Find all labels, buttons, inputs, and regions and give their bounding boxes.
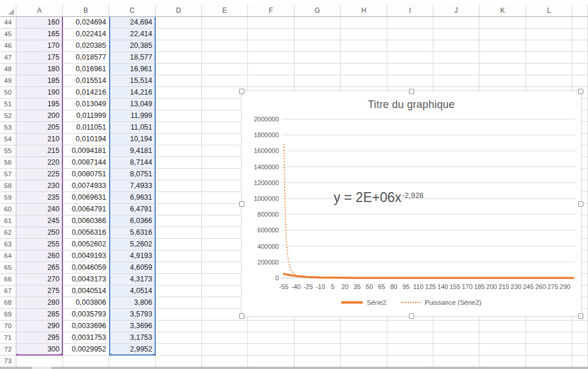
chart-legend[interactable]: Série2 Puissance (Série2)	[242, 298, 581, 307]
cell[interactable]: 9,4181	[109, 145, 156, 157]
cell[interactable]: 4,9193	[109, 250, 156, 262]
cell[interactable]	[480, 52, 526, 64]
cell[interactable]: 0,016961	[63, 64, 109, 75]
cell[interactable]	[295, 40, 341, 52]
cell[interactable]: 215	[16, 145, 63, 157]
cell[interactable]: 180	[16, 64, 63, 75]
cell[interactable]	[295, 332, 341, 344]
column-header-L[interactable]: L	[526, 5, 572, 17]
cell[interactable]	[248, 52, 295, 64]
cell[interactable]	[433, 29, 480, 40]
cell[interactable]: 0,0029952	[63, 344, 109, 356]
cell[interactable]	[433, 52, 480, 64]
row-header[interactable]: 50	[0, 87, 16, 99]
cell[interactable]: 275	[16, 286, 63, 297]
cell[interactable]: 11,999	[109, 110, 156, 122]
cell[interactable]: 5,6316	[109, 227, 156, 239]
cell[interactable]: 6,4791	[109, 204, 156, 215]
cell[interactable]: 210	[16, 134, 63, 145]
cell[interactable]: 0,0033696	[63, 321, 109, 332]
cell[interactable]	[480, 321, 526, 332]
cell[interactable]	[526, 332, 572, 344]
cell[interactable]	[156, 17, 202, 29]
cell[interactable]	[156, 227, 202, 239]
cell[interactable]	[387, 344, 433, 356]
row-header[interactable]: 72	[0, 344, 16, 356]
cell[interactable]	[248, 332, 295, 344]
chart-resize-handle[interactable]	[239, 201, 244, 207]
cell[interactable]: 0,014216	[63, 87, 109, 99]
cell[interactable]	[341, 40, 387, 52]
column-header-A[interactable]: A	[16, 5, 63, 17]
cell[interactable]	[572, 75, 588, 87]
trendline-dotted[interactable]	[284, 144, 573, 278]
cell[interactable]: 0,0035793	[63, 309, 109, 321]
cell[interactable]	[295, 29, 341, 40]
chart-resize-handle[interactable]	[409, 314, 414, 319]
cell[interactable]	[572, 64, 588, 75]
cell[interactable]	[526, 75, 572, 87]
cell[interactable]	[156, 297, 202, 309]
cell[interactable]	[526, 64, 572, 75]
cell[interactable]: 165	[16, 29, 63, 40]
row-header[interactable]: 52	[0, 110, 16, 122]
cell[interactable]	[295, 344, 341, 356]
cell[interactable]	[572, 40, 588, 52]
cell[interactable]: 4,6059	[109, 262, 156, 274]
cell[interactable]: 0,0064791	[63, 204, 109, 215]
cell[interactable]: 185	[16, 75, 63, 87]
cell[interactable]: 14,216	[109, 87, 156, 99]
cell[interactable]: 170	[16, 40, 63, 52]
cell[interactable]	[341, 332, 387, 344]
chart-resize-handle[interactable]	[578, 314, 583, 319]
cell[interactable]: 0,0040514	[63, 286, 109, 297]
cell[interactable]	[387, 17, 433, 29]
cell[interactable]	[109, 356, 156, 367]
cell[interactable]: 0,0080751	[63, 169, 109, 180]
cell[interactable]	[156, 87, 202, 99]
cell[interactable]	[156, 64, 202, 75]
row-header[interactable]: 68	[0, 297, 16, 309]
cell[interactable]: 260	[16, 250, 63, 262]
cell[interactable]	[156, 145, 202, 157]
cell[interactable]	[572, 17, 588, 29]
column-header-partial[interactable]	[572, 5, 588, 17]
cell[interactable]: 22,414	[109, 29, 156, 40]
cell[interactable]	[156, 344, 202, 356]
cell[interactable]	[248, 29, 295, 40]
cell[interactable]	[341, 344, 387, 356]
cell[interactable]: 3,5793	[109, 309, 156, 321]
cell[interactable]: 0,010194	[63, 134, 109, 145]
cell[interactable]: 15,514	[109, 75, 156, 87]
cell[interactable]	[202, 321, 248, 332]
cell[interactable]	[387, 29, 433, 40]
cell[interactable]: 290	[16, 321, 63, 332]
cell[interactable]: 235	[16, 192, 63, 204]
cell[interactable]	[202, 17, 248, 29]
legend-item-serie2[interactable]: Série2	[341, 299, 386, 306]
cell[interactable]: 0,022414	[63, 29, 109, 40]
cell[interactable]	[202, 75, 248, 87]
cell[interactable]	[526, 356, 572, 367]
cell[interactable]: 205	[16, 122, 63, 134]
chart-resize-handle[interactable]	[409, 89, 414, 94]
column-header-J[interactable]: J	[433, 5, 480, 17]
cell[interactable]: 0,013049	[63, 99, 109, 110]
cell[interactable]	[156, 239, 202, 250]
chart-resize-handle[interactable]	[578, 89, 583, 94]
cell[interactable]: 24,694	[109, 17, 156, 29]
cell[interactable]: 2,9952	[109, 344, 156, 356]
cell[interactable]: 11,051	[109, 122, 156, 134]
cell[interactable]	[480, 17, 526, 29]
cell[interactable]	[202, 52, 248, 64]
row-header[interactable]: 45	[0, 29, 16, 40]
cell[interactable]	[156, 309, 202, 321]
cell[interactable]	[480, 64, 526, 75]
cell[interactable]: 4,0514	[109, 286, 156, 297]
cell[interactable]	[526, 52, 572, 64]
cell[interactable]	[480, 40, 526, 52]
cell[interactable]	[572, 332, 588, 344]
cell[interactable]: 8,0751	[109, 169, 156, 180]
row-header[interactable]: 64	[0, 250, 16, 262]
cell[interactable]: 255	[16, 239, 63, 250]
